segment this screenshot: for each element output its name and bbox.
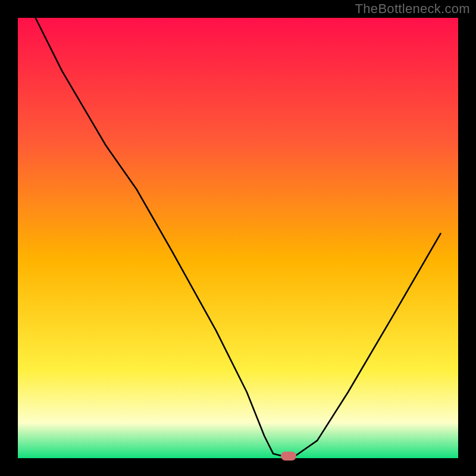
gradient-background (18, 18, 458, 458)
chart-frame: TheBottleneck.com (0, 0, 476, 476)
watermark-text: TheBottleneck.com (355, 1, 470, 17)
bottleneck-chart (18, 18, 458, 458)
optimal-point-marker (281, 452, 296, 461)
